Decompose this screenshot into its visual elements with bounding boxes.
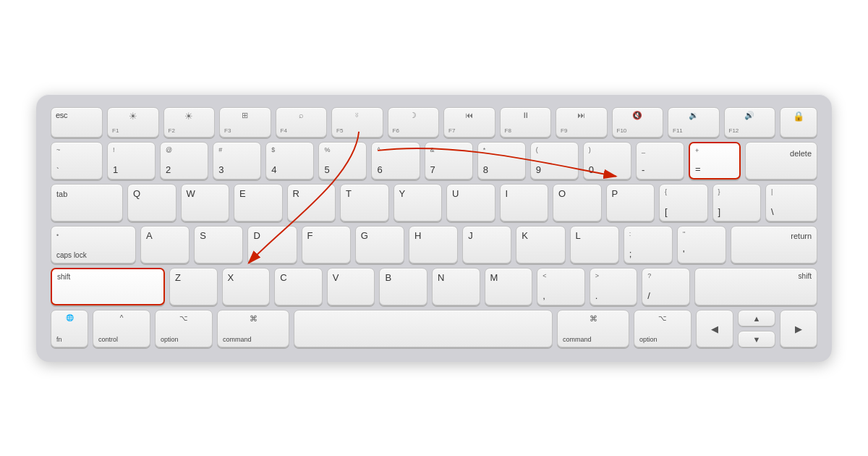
key-backslash[interactable]: | \	[765, 184, 817, 221]
key-f8[interactable]: ⏸ F8	[500, 107, 552, 138]
key-minus[interactable]: _ -	[636, 142, 684, 180]
key-9[interactable]: ( 9	[530, 142, 579, 180]
key-x[interactable]: X	[222, 268, 271, 305]
key-j[interactable]: J	[462, 226, 511, 263]
key-comma[interactable]: < ,	[537, 268, 585, 305]
key-4[interactable]: $ 4	[265, 142, 314, 180]
key-3[interactable]: # 3	[213, 142, 261, 180]
key-v[interactable]: V	[327, 268, 375, 305]
key-shift-left[interactable]: shift	[51, 268, 165, 305]
key-f7[interactable]: ⏮ F7	[443, 107, 495, 138]
key-y[interactable]: Y	[393, 184, 443, 221]
key-fn[interactable]: 🌐 fn	[51, 310, 88, 347]
function-row: esc ☀ F1 ☀ F2 ⊞ F3 ⌕ F4 ⍤ F5	[51, 107, 817, 138]
key-f9[interactable]: ⏭ F9	[556, 107, 608, 138]
number-row: ~ ` ! 1 @ 2 # 3 $ 4 % 5	[51, 142, 817, 180]
key-z[interactable]: Z	[169, 268, 218, 305]
key-arrow-down[interactable]: ▼	[738, 331, 775, 347]
key-5[interactable]: % 5	[318, 142, 367, 180]
bottom-row: 🌐 fn ^ control ⌥ option ⌘ command ⌘ comm…	[51, 310, 817, 347]
key-capslock[interactable]: • caps lock	[51, 226, 136, 263]
key-esc[interactable]: esc	[51, 107, 103, 138]
key-f10[interactable]: 🔇 F10	[612, 107, 664, 138]
key-7[interactable]: & 7	[425, 142, 473, 180]
asdf-row: • caps lock A S D F G H J K L : ; " ' re…	[51, 226, 817, 263]
key-space[interactable]	[294, 310, 553, 347]
key-arrow-up[interactable]: ▲	[738, 310, 775, 326]
key-tab[interactable]: tab	[51, 184, 123, 221]
key-s[interactable]: S	[194, 226, 243, 263]
key-g[interactable]: G	[355, 226, 404, 263]
key-shift-right[interactable]: shift	[694, 268, 817, 305]
key-q[interactable]: Q	[127, 184, 176, 221]
keyboard: esc ☀ F1 ☀ F2 ⊞ F3 ⌕ F4 ⍤ F5	[36, 94, 832, 362]
key-delete[interactable]: delete	[745, 142, 817, 180]
key-arrow-right[interactable]: ▶	[780, 310, 817, 347]
key-f11[interactable]: 🔉 F11	[668, 107, 720, 138]
key-c[interactable]: C	[274, 268, 323, 305]
key-return[interactable]: return	[731, 226, 817, 263]
qwerty-row: tab Q W E R T Y U I O P { [ } ] | \	[51, 184, 817, 221]
key-8[interactable]: * 8	[477, 142, 526, 180]
key-quote[interactable]: " '	[677, 226, 726, 263]
key-option-left[interactable]: ⌥ option	[155, 310, 213, 347]
key-p[interactable]: P	[606, 184, 655, 221]
key-f1[interactable]: ☀ F1	[107, 107, 159, 138]
key-arrow-updown: ▲ ▼	[738, 310, 775, 347]
key-i[interactable]: I	[500, 184, 549, 221]
key-control[interactable]: ^ control	[93, 310, 150, 347]
key-arrow-left[interactable]: ◀	[696, 310, 733, 347]
key-period[interactable]: > .	[590, 268, 638, 305]
key-6[interactable]: ^ 6	[371, 142, 420, 180]
key-r[interactable]: R	[287, 184, 336, 221]
key-f2[interactable]: ☀ F2	[163, 107, 216, 138]
key-option-right[interactable]: ⌥ option	[634, 310, 692, 347]
key-t[interactable]: T	[340, 184, 389, 221]
key-f6[interactable]: ☽ F6	[388, 107, 440, 138]
key-1[interactable]: ! 1	[107, 142, 156, 180]
key-slash[interactable]: ? /	[642, 268, 690, 305]
key-tilde[interactable]: ~ `	[51, 142, 103, 180]
key-f[interactable]: F	[302, 226, 351, 263]
key-command-right[interactable]: ⌘ command	[557, 310, 629, 347]
key-lock[interactable]: 🔒	[780, 107, 817, 138]
key-0[interactable]: ) 0	[583, 142, 631, 180]
key-e[interactable]: E	[234, 184, 283, 221]
key-k[interactable]: K	[516, 226, 565, 263]
key-equals[interactable]: + =	[689, 142, 741, 180]
key-b[interactable]: B	[379, 268, 427, 305]
key-f3[interactable]: ⊞ F3	[219, 107, 271, 138]
key-a[interactable]: A	[140, 226, 190, 263]
key-semicolon[interactable]: : ;	[624, 226, 673, 263]
key-f12[interactable]: 🔊 F12	[724, 107, 776, 138]
key-f4[interactable]: ⌕ F4	[276, 107, 328, 138]
shift-row: shift Z X C V B N M < , > . ? / shift	[51, 268, 817, 305]
key-d[interactable]: D	[247, 226, 297, 263]
key-o[interactable]: O	[553, 184, 602, 221]
key-h[interactable]: H	[409, 226, 458, 263]
key-command-left[interactable]: ⌘ command	[217, 310, 289, 347]
key-f5[interactable]: ⍤ F5	[331, 107, 383, 138]
key-u[interactable]: U	[446, 184, 495, 221]
key-l[interactable]: L	[570, 226, 619, 263]
key-n[interactable]: N	[432, 268, 480, 305]
key-m[interactable]: M	[485, 268, 533, 305]
key-w[interactable]: W	[181, 184, 230, 221]
key-2[interactable]: @ 2	[160, 142, 208, 180]
key-bracket-close[interactable]: } ]	[712, 184, 762, 221]
key-bracket-open[interactable]: { [	[659, 184, 708, 221]
keyboard-rows: esc ☀ F1 ☀ F2 ⊞ F3 ⌕ F4 ⍤ F5	[51, 107, 817, 347]
